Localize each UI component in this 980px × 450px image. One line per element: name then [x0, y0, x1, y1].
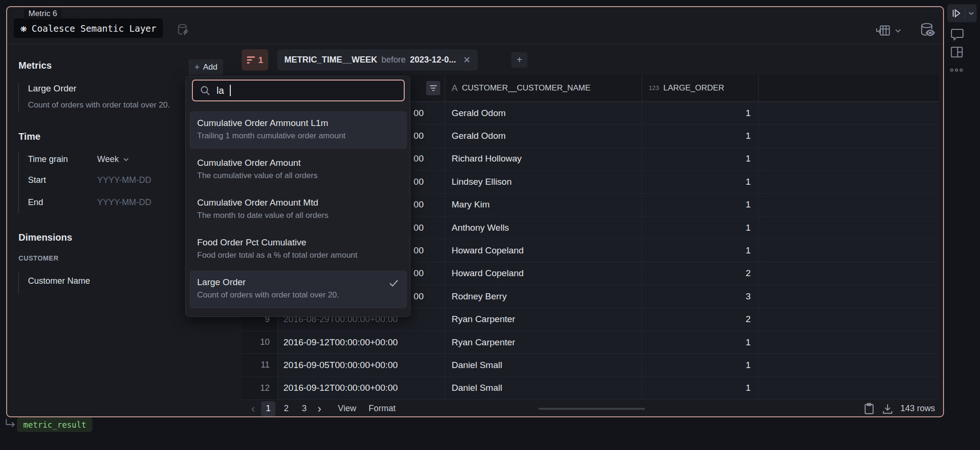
string-type-icon: A — [452, 83, 458, 93]
time-grain-label: Time grain — [28, 154, 68, 164]
end-date-input[interactable]: YYYY-MM-DD — [97, 198, 151, 207]
metrics-heading: Metrics — [18, 60, 52, 71]
toolbar-divider — [7, 44, 943, 44]
copy-icon[interactable] — [863, 402, 875, 415]
column-filter-icon[interactable] — [426, 81, 440, 95]
empty-column-header — [759, 74, 939, 101]
format-button[interactable]: Format — [369, 404, 396, 414]
metric-search-dropdown: la Cumulative Order Ammount L1mTrailing … — [185, 76, 410, 317]
indent-guide — [18, 83, 19, 112]
dropdown-option-selected[interactable]: Large OrderCount of orders with order to… — [190, 270, 407, 308]
page-2-button[interactable]: 2 — [279, 401, 293, 416]
start-label: Start — [28, 175, 46, 185]
horizontal-scrollbar[interactable] — [538, 408, 645, 410]
dropdown-option[interactable]: Cumulative Order Amount MtdThe month to … — [190, 191, 407, 229]
checkmark-icon — [388, 277, 399, 290]
run-icon — [947, 9, 965, 18]
number-type-icon: 123 — [649, 84, 659, 91]
time-heading: Time — [18, 131, 40, 142]
filter-field: METRIC_TIME__WEEK — [284, 55, 377, 65]
dimension-item[interactable]: Customer Name — [28, 276, 90, 286]
table-footer: ‹ 1 2 3 › View Format 143 rows — [242, 400, 939, 417]
filter-count-badge[interactable]: 1 — [242, 49, 268, 71]
metric-item-name[interactable]: Large Order — [28, 83, 76, 94]
table-row[interactable]: 112016-09-05T00:00:00+00:00Daniel Small1 — [242, 354, 939, 377]
filter-icon — [247, 55, 255, 65]
filter-operator: before — [381, 55, 406, 65]
coalesce-logo-icon: ❋ — [20, 23, 27, 34]
table-row[interactable]: 102016-09-12T00:00:00+00:00Ryan Carpente… — [242, 331, 939, 354]
value-column-header[interactable]: 123 LARGE_ORDER — [642, 74, 759, 101]
dropdown-option[interactable]: Cumulative Order AmountThe cumulative va… — [190, 151, 407, 189]
cell-type-badge[interactable]: ❋ Coalesce Semantic Layer — [14, 18, 163, 38]
cell-type-label: Coalesce Semantic Layer — [32, 23, 156, 34]
layout-panels-icon[interactable] — [950, 45, 964, 61]
text-caret — [230, 85, 231, 96]
customer-column-header[interactable]: A CUSTOMER__CUSTOMER_NAME — [445, 74, 642, 101]
end-label: End — [28, 198, 43, 207]
metric-item-description: Count of orders with order total over 20… — [28, 100, 170, 110]
result-variable-tag[interactable]: metric_result — [17, 417, 92, 432]
search-icon — [200, 85, 211, 96]
search-input[interactable]: la — [192, 80, 405, 101]
chevron-down-icon — [123, 157, 129, 162]
add-metric-button[interactable]: + Add — [189, 59, 223, 75]
indent-guide — [18, 152, 19, 214]
database-preview-icon[interactable] — [918, 22, 936, 39]
indent-guide — [18, 272, 19, 294]
table-row[interactable]: 122016-09-12T00:00:00+00:00Daniel Small1 — [242, 377, 939, 400]
cell-frame-label[interactable]: Metric 6 — [24, 9, 61, 19]
run-options-chevron-icon[interactable] — [965, 11, 977, 16]
chevron-down-icon[interactable] — [894, 28, 902, 34]
dimensions-heading: Dimensions — [18, 232, 72, 243]
table-export-icon[interactable] — [875, 24, 891, 37]
more-options-icon[interactable] — [950, 67, 964, 75]
dropdown-option[interactable]: Cumulative Order Ammount L1mTrailing 1 m… — [190, 111, 407, 149]
add-filter-button[interactable]: + — [511, 52, 527, 68]
time-grain-select[interactable]: Week — [97, 154, 129, 164]
dimension-group-label: CUSTOMER — [18, 254, 59, 262]
plus-icon: + — [194, 62, 200, 72]
page-3-button[interactable]: 3 — [297, 401, 311, 416]
dropdown-option[interactable]: Food Order Pct CumulativeFood order tota… — [190, 231, 407, 269]
next-page-icon[interactable]: › — [313, 402, 326, 415]
rows-count: 143 rows — [900, 404, 935, 414]
database-bolt-icon[interactable] — [176, 23, 190, 37]
prev-page-icon[interactable]: ‹ — [247, 402, 259, 415]
metric-cell: ❋ Coalesce Semantic Layer Met — [6, 6, 944, 417]
view-button[interactable]: View — [338, 404, 356, 414]
page-1-button[interactable]: 1 — [261, 401, 275, 416]
run-cell-button[interactable] — [947, 4, 977, 22]
filter-chip[interactable]: METRIC_TIME__WEEK before 2023-12-0... ✕ — [277, 49, 478, 71]
start-date-input[interactable]: YYYY-MM-DD — [97, 175, 151, 185]
filter-value: 2023-12-0... — [410, 55, 456, 65]
remove-filter-icon[interactable]: ✕ — [463, 54, 471, 65]
search-query: la — [217, 85, 224, 96]
download-icon[interactable] — [881, 403, 894, 415]
output-arrow-icon — [5, 418, 17, 431]
comments-icon[interactable] — [950, 28, 965, 43]
